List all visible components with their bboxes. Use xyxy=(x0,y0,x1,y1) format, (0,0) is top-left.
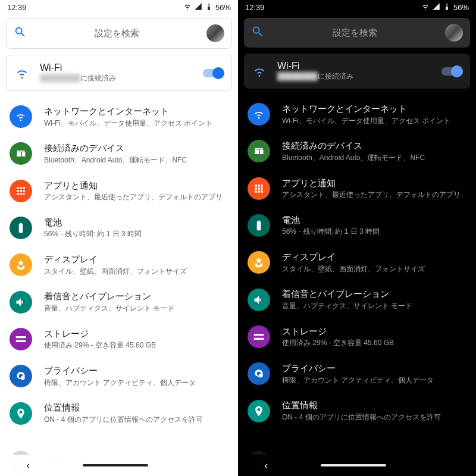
wifi-icon xyxy=(14,66,30,80)
clock: 12:39 xyxy=(7,3,27,12)
item-title: 位置情報 xyxy=(44,402,228,414)
wifi-toggle[interactable] xyxy=(441,65,463,77)
display-icon xyxy=(248,251,270,274)
search-icon xyxy=(251,25,264,40)
item-sub: Wi-Fi、モバイル、データ使用量、アクセス ポイント xyxy=(44,118,228,129)
devices-icon xyxy=(10,142,32,165)
item-title: プライバシー xyxy=(44,365,228,377)
wifi-title: Wi-Fi xyxy=(277,61,432,71)
battery-icon xyxy=(443,2,451,12)
item-title: ディスプレイ xyxy=(44,253,228,265)
settings-item-sound[interactable]: 着信音とバイブレーション 音量、ハプティクス、サイレント モード xyxy=(238,281,476,318)
item-text: アプリと通知 アシスタント、最近使ったアプリ、デフォルトのアプリ xyxy=(282,177,466,200)
battery-icon xyxy=(248,214,270,237)
signal-icon xyxy=(194,2,202,12)
clock: 12:39 xyxy=(245,3,265,12)
item-text: 接続済みのデバイス Bluetooth、Android Auto、運転モード、N… xyxy=(44,142,228,165)
wifi-icon xyxy=(251,64,268,79)
search-bar[interactable]: 設定を検索 xyxy=(6,18,232,49)
wifi-text: Wi-Fi ████████に接続済み xyxy=(40,62,193,83)
item-text: ディスプレイ スタイル、壁紙、画面消灯、フォントサイズ xyxy=(44,253,228,276)
item-sub: 権限、アカウント アクティビティ、個人データ xyxy=(44,378,228,388)
settings-item-location[interactable]: 位置情報 ON - 4 個のアプリに位置情報へのアクセスを許可 xyxy=(0,394,238,431)
item-sub: 権限、アカウント アクティビティ、個人データ xyxy=(282,375,466,386)
settings-item-battery[interactable]: 電池 56% - 残り時間: 約 1 日 3 時間 xyxy=(238,207,476,244)
item-sub: スタイル、壁紙、画面消灯、フォントサイズ xyxy=(282,264,466,274)
back-button[interactable]: ‹ xyxy=(26,459,30,472)
settings-item-devices[interactable]: 接続済みのデバイス Bluetooth、Android Auto、運転モード、N… xyxy=(238,133,476,170)
battery-percent: 56% xyxy=(215,3,231,12)
item-sub: 56% - 残り時間: 約 1 日 3 時間 xyxy=(44,229,228,239)
settings-item-apps[interactable]: アプリと通知 アシスタント、最近使ったアプリ、デフォルトのアプリ xyxy=(0,173,238,209)
battery-percent: 56% xyxy=(453,3,469,12)
search-bar[interactable]: 設定を検索 xyxy=(244,18,470,48)
settings-list: ネットワークとインターネット Wi-Fi、モバイル、データ使用量、アクセス ポイ… xyxy=(238,93,476,476)
devices-icon xyxy=(248,140,270,162)
privacy-icon xyxy=(248,362,270,385)
item-text: 着信音とバイブレーション 音量、ハプティクス、サイレント モード xyxy=(282,288,466,311)
item-text: ネットワークとインターネット Wi-Fi、モバイル、データ使用量、アクセス ポイ… xyxy=(282,103,466,126)
battery-icon xyxy=(10,217,32,239)
wifi-icon xyxy=(10,105,32,128)
item-text: 接続済みのデバイス Bluetooth、Android Auto、運転モード、N… xyxy=(282,140,466,162)
item-sub: 使用済み 29% - 空き容量 45.60 GB xyxy=(44,340,228,350)
item-text: 電池 56% - 残り時間: 約 1 日 3 時間 xyxy=(282,214,466,237)
home-button[interactable] xyxy=(83,464,148,466)
settings-item-wifi[interactable]: ネットワークとインターネット Wi-Fi、モバイル、データ使用量、アクセス ポイ… xyxy=(238,96,476,133)
item-title: 接続済みのデバイス xyxy=(282,140,466,152)
wifi-card[interactable]: Wi-Fi ████████に接続済み xyxy=(244,54,470,89)
avatar[interactable] xyxy=(445,24,463,42)
item-title: ネットワークとインターネット xyxy=(282,103,466,115)
settings-item-apps[interactable]: アプリと通知 アシスタント、最近使ったアプリ、デフォルトのアプリ xyxy=(238,170,476,207)
location-icon xyxy=(10,402,32,425)
item-text: 着信音とバイブレーション 音量、ハプティクス、サイレント モード xyxy=(44,290,228,313)
item-title: プライバシー xyxy=(282,362,466,374)
item-text: ストレージ 使用済み 29% - 空き容量 45.60 GB xyxy=(282,325,466,348)
item-sub: スタイル、壁紙、画面消灯、フォントサイズ xyxy=(44,267,228,277)
item-title: ネットワークとインターネット xyxy=(44,105,228,117)
item-text: ネットワークとインターネット Wi-Fi、モバイル、データ使用量、アクセス ポイ… xyxy=(44,105,228,128)
item-title: ストレージ xyxy=(282,325,466,337)
wifi-sub: ████████に接続済み xyxy=(40,73,193,83)
location-icon xyxy=(248,400,270,422)
item-title: 位置情報 xyxy=(282,399,466,411)
settings-item-storage[interactable]: ストレージ 使用済み 29% - 空き容量 45.60 GB xyxy=(0,321,238,358)
battery-icon xyxy=(205,2,213,12)
back-button[interactable]: ‹ xyxy=(264,459,268,472)
storage-icon xyxy=(248,325,270,348)
item-title: アプリと通知 xyxy=(282,177,466,189)
display-icon xyxy=(10,253,32,276)
item-title: 電池 xyxy=(44,217,228,228)
settings-item-battery[interactable]: 電池 56% - 残り時間: 約 1 日 3 時間 xyxy=(0,209,238,246)
settings-item-display[interactable]: ディスプレイ スタイル、壁紙、画面消灯、フォントサイズ xyxy=(0,246,238,283)
sound-icon xyxy=(10,291,32,314)
wifi-icon xyxy=(248,103,270,126)
wifi-status-icon xyxy=(183,2,192,12)
wifi-card[interactable]: Wi-Fi ████████に接続済み xyxy=(6,55,232,91)
item-text: プライバシー 権限、アカウント アクティビティ、個人データ xyxy=(44,365,228,387)
item-title: アプリと通知 xyxy=(44,180,228,192)
item-sub: 音量、ハプティクス、サイレント モード xyxy=(282,301,466,311)
settings-item-wifi[interactable]: ネットワークとインターネット Wi-Fi、モバイル、データ使用量、アクセス ポイ… xyxy=(0,98,238,135)
settings-item-sound[interactable]: 着信音とバイブレーション 音量、ハプティクス、サイレント モード xyxy=(0,283,238,320)
settings-item-location[interactable]: 位置情報 ON - 4 個のアプリに位置情報へのアクセスを許可 xyxy=(238,392,476,429)
settings-light-pane: 12:39 56% 設定を検索 Wi-Fi ████████に接続済み ネットワ… xyxy=(0,0,238,476)
nav-bar: ‹ xyxy=(238,455,476,476)
item-text: アプリと通知 アシスタント、最近使ったアプリ、デフォルトのアプリ xyxy=(44,180,228,202)
sound-icon xyxy=(248,289,270,311)
settings-item-devices[interactable]: 接続済みのデバイス Bluetooth、Android Auto、運転モード、N… xyxy=(0,135,238,172)
wifi-title: Wi-Fi xyxy=(40,62,193,73)
settings-item-privacy[interactable]: プライバシー 権限、アカウント アクティビティ、個人データ xyxy=(238,355,476,392)
item-text: ストレージ 使用済み 29% - 空き容量 45.60 GB xyxy=(44,328,228,350)
settings-item-privacy[interactable]: プライバシー 権限、アカウント アクティビティ、個人データ xyxy=(0,358,238,394)
item-title: 接続済みのデバイス xyxy=(44,142,228,154)
settings-item-display[interactable]: ディスプレイ スタイル、壁紙、画面消灯、フォントサイズ xyxy=(238,244,476,281)
search-placeholder: 設定を検索 xyxy=(36,28,197,39)
item-title: ストレージ xyxy=(44,328,228,340)
item-title: 電池 xyxy=(282,214,466,226)
avatar[interactable] xyxy=(206,24,224,42)
home-button[interactable] xyxy=(321,464,386,466)
wifi-toggle[interactable] xyxy=(203,67,224,79)
settings-item-storage[interactable]: ストレージ 使用済み 29% - 空き容量 45.60 GB xyxy=(238,318,476,355)
item-sub: Bluetooth、Android Auto、運転モード、NFC xyxy=(44,155,228,165)
